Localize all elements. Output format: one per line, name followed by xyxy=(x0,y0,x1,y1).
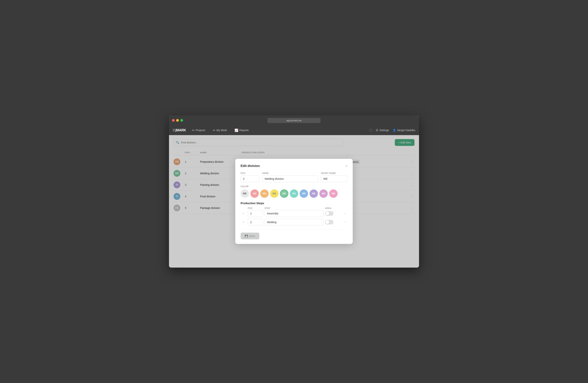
nav-reports-label: Reports xyxy=(239,129,249,132)
save-label: Save xyxy=(249,234,255,237)
add-step-button-1[interactable]: + xyxy=(241,211,246,215)
user-name: Sergei Nadolko xyxy=(397,129,415,132)
remove-step-button-1[interactable]: − xyxy=(342,211,347,216)
field-row: POS NAME SHORT NAME xyxy=(241,172,347,182)
logo-mark: |MARK xyxy=(175,128,186,132)
modal-close-button[interactable]: × xyxy=(345,164,347,168)
short-name-label: SHORT NAME xyxy=(321,172,347,174)
user-icon: 👤 xyxy=(393,129,396,132)
step-row-2: + − xyxy=(241,219,347,226)
color-section: COLOR WE WE WE WE WE WE WE WE WE WE xyxy=(241,185,347,198)
color-swatch-teal[interactable]: WE xyxy=(290,190,298,198)
close-button[interactable] xyxy=(172,119,175,122)
user-profile[interactable]: 👤 Sergei Nadolko xyxy=(393,129,415,132)
app-window: app.bmark.ee B |MARK ✏ Projects ✏ My Wor… xyxy=(169,115,419,268)
fullscreen-button[interactable]: ⛶ xyxy=(369,129,372,132)
nav-right: ⛶ ☰ Settings 👤 Sergei Nadolko xyxy=(369,129,415,132)
pos-input[interactable] xyxy=(241,175,259,182)
logo-bracket-left: B xyxy=(173,128,175,132)
step-name-input-2[interactable] xyxy=(264,219,324,226)
color-swatch-purple[interactable]: WE xyxy=(310,190,318,198)
color-swatches: WE WE WE WE WE WE WE WE WE WE xyxy=(241,190,347,198)
settings-icon: ☰ xyxy=(376,129,378,132)
add-step-button-2[interactable]: + xyxy=(241,220,246,224)
color-swatch-blue[interactable]: WE xyxy=(300,190,308,198)
field-short-name: SHORT NAME xyxy=(321,172,347,182)
nav-projects-label: Projects xyxy=(196,129,205,132)
pencil-icon-2: ✏ xyxy=(213,129,215,132)
save-button[interactable]: 💾 Save xyxy=(241,232,259,239)
remove-step-button-2[interactable]: − xyxy=(342,220,347,224)
nav-mywork-label: My Work xyxy=(216,129,227,132)
color-swatch-none[interactable]: WE xyxy=(241,190,249,198)
color-swatch-pink[interactable]: WE xyxy=(319,190,328,198)
area-toggle-2[interactable] xyxy=(325,220,333,224)
prod-steps-title: Production Steps xyxy=(241,202,347,205)
production-steps-section: Production Steps POS STEP AREA + xyxy=(241,202,347,226)
color-swatch-yellow[interactable]: WE xyxy=(270,190,278,198)
modal-footer: 💾 Save xyxy=(241,229,347,239)
step-pos-input-1[interactable] xyxy=(248,210,263,217)
step-pos-input-2[interactable] xyxy=(248,219,263,226)
color-swatch-rose[interactable]: WE xyxy=(329,190,337,198)
traffic-lights xyxy=(172,119,183,122)
main-content: 🔍 + Add New POS ↑ NAME ↑ PRODUCTION STEP… xyxy=(169,135,419,268)
step-area-col-label: AREA xyxy=(325,207,340,209)
modal-overlay: Edit division × POS NAME SHORT NAME xyxy=(169,135,419,268)
settings-button[interactable]: ☰ Settings xyxy=(376,129,389,132)
color-label: COLOR xyxy=(241,185,347,188)
field-name: NAME xyxy=(262,172,318,182)
field-pos: POS xyxy=(241,172,259,182)
name-label: NAME xyxy=(262,172,318,174)
nav-item-reports[interactable]: 📈 Reports xyxy=(233,127,250,133)
modal-header: Edit division × xyxy=(241,164,347,168)
step-pos-col-label: POS xyxy=(248,207,263,209)
color-swatch-green[interactable]: WE xyxy=(280,190,288,198)
nav-item-mywork[interactable]: ✏ My Work xyxy=(211,127,229,133)
step-name-input-1[interactable] xyxy=(264,210,324,217)
chart-icon: 📈 xyxy=(234,129,238,132)
area-toggle-1[interactable] xyxy=(325,211,333,216)
step-row-1: + − xyxy=(241,210,347,217)
settings-label: Settings xyxy=(379,129,389,132)
modal-title: Edit division xyxy=(241,164,260,168)
logo: B |MARK xyxy=(173,128,186,132)
color-swatch-orange[interactable]: WE xyxy=(260,190,269,198)
step-step-col-label: STEP xyxy=(264,207,324,209)
minimize-button[interactable] xyxy=(176,119,179,122)
pos-label: POS xyxy=(241,172,259,174)
pencil-icon: ✏ xyxy=(192,129,194,132)
step-columns-header: POS STEP AREA xyxy=(241,207,347,209)
save-icon: 💾 xyxy=(245,234,248,237)
maximize-button[interactable] xyxy=(180,119,183,122)
fullscreen-icon: ⛶ xyxy=(369,129,372,132)
navbar: B |MARK ✏ Projects ✏ My Work 📈 Reports ⛶… xyxy=(169,125,419,135)
nav-left: B |MARK ✏ Projects ✏ My Work 📈 Reports xyxy=(173,127,250,133)
name-input[interactable] xyxy=(262,175,318,182)
nav-item-projects[interactable]: ✏ Projects xyxy=(190,127,207,133)
short-name-input[interactable] xyxy=(321,175,347,182)
titlebar: app.bmark.ee xyxy=(169,115,419,125)
edit-division-modal: Edit division × POS NAME SHORT NAME xyxy=(235,159,353,244)
url-bar[interactable]: app.bmark.ee xyxy=(268,118,320,123)
color-swatch-red[interactable]: WE xyxy=(251,190,259,198)
